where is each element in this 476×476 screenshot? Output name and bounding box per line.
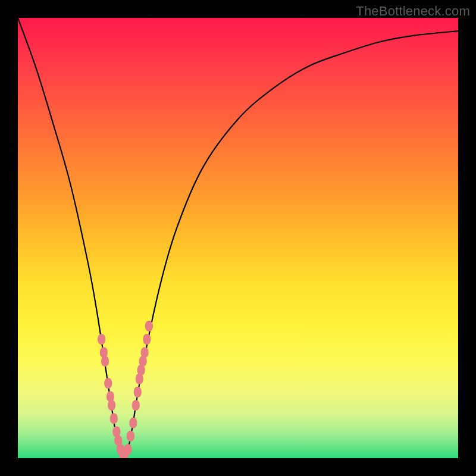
marker-bead: [98, 334, 105, 345]
marker-bead: [145, 321, 153, 331]
marker-bead: [104, 378, 112, 389]
marker-bead: [143, 334, 151, 345]
marker-bead: [141, 347, 149, 358]
chart-svg: [18, 18, 458, 458]
chart-frame: TheBottleneck.com: [0, 0, 476, 476]
marker-bead: [129, 418, 137, 428]
watermark-text: TheBottleneck.com: [356, 4, 470, 19]
marker-bead: [110, 413, 118, 424]
marker-bead: [134, 387, 142, 397]
marker-cluster: [98, 321, 153, 458]
bottleneck-curve-path: [18, 18, 458, 458]
marker-bead: [127, 431, 134, 441]
marker-bead: [108, 400, 115, 411]
marker-bead: [124, 444, 132, 455]
marker-bead: [101, 356, 109, 367]
plot-area: [18, 18, 458, 458]
marker-bead: [132, 400, 140, 411]
